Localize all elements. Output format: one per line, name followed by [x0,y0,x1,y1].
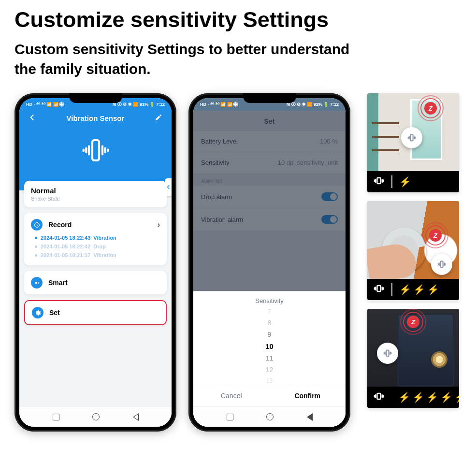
screen-title: Vibration Sensor [67,114,125,122]
record-card[interactable]: Record › 2024-01-05 18:22:43 Vibration 2… [24,213,167,265]
record-item[interactable]: 2024-01-05 18:22:43 Vibration [31,233,160,242]
phone-main-screen: HD ◦ ⁴ᴳ ⁴ᴳ 📶 📶 🕀 ℕ 🖸 ⚙ ✱ 📶 91% 🔋 7:12 Vi… [14,93,176,432]
cancel-button[interactable]: Cancel [193,385,270,406]
svg-point-2 [35,282,37,284]
picker-option-selected[interactable]: 10 [265,340,274,352]
smart-card[interactable]: Smart [24,271,167,294]
svg-rect-4 [410,135,413,141]
sensitivity-sheet: Sensitivity 7 8 9 10 11 12 13 Cancel Con… [193,291,346,427]
subtitle-line2: the family situation. [14,61,151,77]
recents-button[interactable] [53,414,59,420]
android-nav-bar [19,406,172,427]
sensor-icon [377,343,398,364]
back-softkey[interactable] [133,413,139,421]
example-tiles: Z ⚡ Z [367,93,459,408]
record-item[interactable]: 2024-01-05 18:21:17 Vibration [31,251,160,260]
status-left: HD ◦ ⁴ᴳ ⁴ᴳ 📶 📶 🕀 [26,102,64,107]
vibrate-icon [373,175,385,188]
gear-icon [32,307,43,318]
confirm-button[interactable]: Confirm [270,385,346,406]
back-softkey[interactable] [307,413,313,421]
subtitle-line1: Custom sensitivity Settings to better un… [14,41,349,57]
svg-rect-5 [377,178,380,184]
set-label: Set [49,309,159,317]
svg-point-3 [38,282,39,283]
state-value: Normal [31,187,160,195]
tile-door: Z ⚡⚡⚡ [367,201,459,300]
vibrate-icon [373,283,385,296]
status-left: HD ◦ ⁴ᴳ ⁴ᴳ 📶 📶 🕀 [200,102,238,107]
home-button[interactable] [92,413,100,420]
tile-safe: Z ⚡⚡⚡⚡⚡ [367,309,459,408]
vibrate-icon [373,390,385,404]
record-event: Vibration [93,252,116,258]
status-right: ℕ 🖸 ⚙ ✱ 📶 92% 🔋 7:12 [287,102,339,107]
edit-button[interactable] [153,114,164,123]
page-title: Customize sensitivity Settings [0,0,476,35]
clock-icon [31,219,43,231]
svg-rect-8 [386,350,389,357]
back-button[interactable] [27,114,38,123]
sensitivity-picker[interactable]: 7 8 9 10 11 12 13 [193,307,346,385]
status-right: ℕ 🖸 ⚙ ✱ 📶 91% 🔋 7:12 [113,102,165,107]
bolt-level: ⚡⚡⚡ [399,284,440,295]
state-label: Shake State [31,196,160,202]
picker-option[interactable]: 8 [268,317,272,329]
page-subtitle: Custom sensitivity Settings to better un… [0,35,476,79]
state-card: Normal Shake State [24,181,167,207]
svg-rect-7 [377,286,380,291]
record-event: Drop [93,244,106,249]
picker-option[interactable]: 7 [268,307,271,317]
sensor-icon [401,127,422,148]
record-event: Vibration [93,235,116,241]
picker-option[interactable]: 9 [268,329,272,340]
record-date: 2024-01-05 18:22:43 [41,235,90,241]
picker-option[interactable]: 13 [266,375,273,385]
smart-icon [31,277,43,288]
bolt-level: ⚡⚡⚡⚡⚡ [398,391,459,403]
svg-rect-0 [92,140,99,160]
record-date: 2024-01-05 18:22:42 [41,244,90,249]
smart-label: Smart [48,279,160,287]
tile-curtain: Z ⚡ [367,93,459,192]
svg-rect-6 [440,261,443,268]
svg-rect-9 [377,393,380,399]
phone-settings-screen: HD ◦ ⁴ᴳ ⁴ᴳ 📶 📶 🕀 ℕ 🖸 ⚙ ✱ 📶 92% 🔋 7:12 Se… [188,93,350,432]
record-label: Record [48,221,158,229]
set-card[interactable]: Set [24,300,167,325]
picker-option[interactable]: 12 [266,364,274,375]
home-button[interactable] [266,413,274,420]
chevron-right-icon: › [158,220,160,229]
picker-option[interactable]: 11 [266,352,274,364]
bolt-level: ⚡ [399,176,412,188]
recents-button[interactable] [227,414,233,420]
record-item[interactable]: 2024-01-05 18:22:42 Drop [31,242,160,251]
sheet-title: Sensitivity [193,291,346,307]
record-date: 2024-01-05 18:21:17 [41,252,90,258]
sensor-icon [431,254,452,275]
